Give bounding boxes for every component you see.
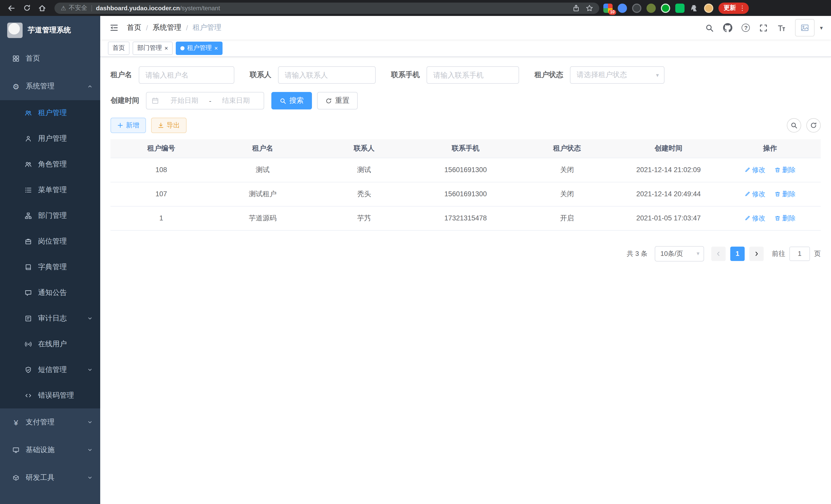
page-number-current[interactable]: 1 [730,246,745,261]
extension-icon[interactable] [661,3,670,12]
user-avatar[interactable] [795,19,815,36]
cell-actions: 修改 删除 [719,182,821,206]
extension-icon[interactable] [632,3,641,12]
delete-link[interactable]: 删除 [774,189,796,199]
edit-label: 修改 [752,189,766,199]
breadcrumb-home[interactable]: 首页 [127,23,141,32]
sidebar-item-label: 首页 [26,54,40,63]
sidebar-item-dict[interactable]: 字典管理 [0,254,100,280]
status-select-placeholder: 请选择租户状态 [577,70,653,80]
tab-tenant[interactable]: 租户管理 × [176,41,223,55]
page-size-select[interactable]: 10条/页 ▾ [655,246,704,261]
chevron-up-icon [87,83,93,89]
tree-icon [23,212,34,219]
date-range-picker[interactable]: 开始日期 - 结束日期 [146,92,264,110]
tab-dept[interactable]: 部门管理 × [133,41,173,55]
goto-page-input[interactable] [790,246,810,261]
breadcrumb-system[interactable]: 系统管理 [153,23,181,32]
bookmark-star-icon[interactable] [586,4,593,11]
page-unit-label: 页 [814,249,821,258]
share-icon[interactable] [573,4,580,11]
address-bar[interactable]: ⚠ 不安全 dashboard.yudao.iocoder.cn /system… [55,2,599,13]
sidebar-item-error-code[interactable]: 错误码管理 [0,383,100,409]
mobile-input[interactable] [427,66,519,84]
sidebar-item-system[interactable]: ⚙ 系统管理 [0,72,100,100]
delete-link[interactable]: 删除 [774,213,796,223]
search-button[interactable]: 搜索 [271,92,312,110]
refresh-icon[interactable] [21,2,33,14]
close-icon[interactable]: × [165,45,168,51]
refresh-table-icon[interactable] [806,118,821,132]
sidebar-item-dept[interactable]: 部门管理 [0,203,100,229]
help-glyph: ? [744,25,747,31]
calendar-icon [152,97,159,104]
security-label[interactable]: 不安全 [69,4,87,12]
status-select[interactable]: 请选择租户状态 ▾ [570,66,664,84]
sidebar-item-role[interactable]: 角色管理 [0,152,100,177]
browser-menu-icon[interactable]: ⋮ [739,4,746,12]
search-icon [280,97,286,104]
page-size-value: 10条/页 [660,249,697,258]
edit-link[interactable]: 修改 [744,189,766,199]
url-path: /system/tenant [180,4,220,11]
sidebar-item-sms[interactable]: 短信管理 [0,357,100,383]
github-icon[interactable] [723,23,733,32]
sidebar-item-tenant[interactable]: 租户管理 [0,100,100,126]
puzzle-icon[interactable] [690,3,699,12]
sidebar-item-home[interactable]: 首页 [0,45,100,72]
sidebar-item-online-users[interactable]: 在线用户 [0,331,100,357]
sidebar-item-devtools[interactable]: 研发工具 [0,464,100,492]
sidebar-item-post[interactable]: 岗位管理 [0,229,100,254]
sidebar-item-label: 角色管理 [38,160,67,169]
tab-home[interactable]: 首页 [108,41,130,55]
sidebar-item-infra[interactable]: 基础设施 [0,436,100,464]
contact-input[interactable] [278,66,376,84]
monitor-icon [10,446,22,454]
edit-link[interactable]: 修改 [744,165,766,174]
start-date-placeholder: 开始日期 [162,96,207,105]
sidebar-collapse-icon[interactable] [110,23,119,32]
reset-button[interactable]: 重置 [317,92,358,110]
add-button[interactable]: 新增 [111,118,146,133]
column-header: 租户编号 [111,139,212,158]
profile-avatar[interactable] [704,3,713,12]
cell-contact: 芋艿 [314,206,415,230]
help-icon[interactable]: ? [742,24,750,32]
column-header: 联系手机 [415,139,516,158]
sidebar-item-label: 基础设施 [26,445,55,455]
extension-icon[interactable] [618,3,627,12]
tenant-name-input[interactable] [139,66,234,84]
export-button[interactable]: 导出 [151,118,187,133]
extension-icon[interactable] [675,3,685,12]
sidebar-item-audit-log[interactable]: 审计日志 [0,306,100,331]
edit-link[interactable]: 修改 [744,213,766,223]
cell-tenant-name: 芋道源码 [212,206,314,230]
total-count: 共 3 条 [627,249,648,258]
home-icon[interactable] [36,2,48,14]
breadcrumb-current: 租户管理 [193,23,222,32]
sidebar-item-menu[interactable]: 菜单管理 [0,177,100,203]
delete-label: 删除 [782,213,796,223]
prev-page-button[interactable] [711,246,726,261]
delete-link[interactable]: 删除 [774,165,796,174]
extension-icon[interactable]: 10 [603,3,612,12]
sidebar-item-user[interactable]: 用户管理 [0,126,100,152]
fullscreen-icon[interactable] [759,23,768,32]
extension-icon[interactable] [647,3,656,12]
caret-down-icon[interactable]: ▾ [820,24,823,31]
breadcrumb: 首页 / 系统管理 / 租户管理 [127,23,222,32]
search-icon[interactable] [705,23,714,32]
sidebar-item-pay[interactable]: ¥ 支付管理 [0,409,100,436]
close-icon[interactable]: × [214,45,218,51]
sidebar-item-notice[interactable]: 通知公告 [0,280,100,306]
cell-tenant-name: 测试 [212,158,314,182]
message-icon [23,289,34,296]
back-icon[interactable] [5,2,18,14]
system-submenu: 租户管理 用户管理 角色管理 [0,100,100,409]
next-page-button[interactable] [749,246,764,261]
column-header: 联系人 [314,139,415,158]
font-size-icon[interactable] [777,23,786,32]
update-button[interactable]: 更新 ⋮ [718,2,749,13]
toggle-search-icon[interactable] [787,118,801,132]
sidebar-item-label: 支付管理 [26,418,55,427]
